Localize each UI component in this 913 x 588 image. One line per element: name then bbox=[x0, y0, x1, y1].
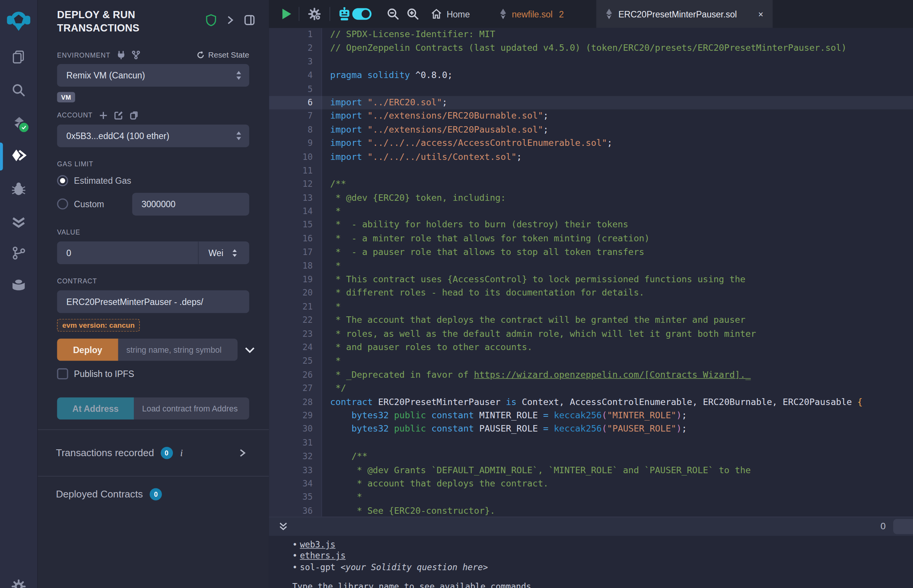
code-line[interactable]: 25 * bbox=[269, 355, 913, 368]
contract-select[interactable]: ERC20PresetMinterPauser - .deps/ bbox=[57, 291, 249, 313]
plugin-manager-icon[interactable] bbox=[11, 277, 26, 292]
code-line[interactable]: 27 */ bbox=[269, 382, 913, 396]
code-line[interactable]: 2// OpenZeppelin Contracts (last updated… bbox=[269, 42, 913, 55]
terminal-footer: Type the library name to see available c… bbox=[292, 582, 913, 588]
file-explorer-icon[interactable] bbox=[11, 50, 26, 65]
editor-area: Home newfile.sol 2 ERC20PresetMinterPaus… bbox=[269, 0, 913, 588]
expand-constructor-args-icon[interactable] bbox=[244, 347, 255, 353]
script-config-gear-icon[interactable] bbox=[308, 7, 322, 21]
ai-copilot-robot-icon bbox=[338, 7, 351, 21]
code-line[interactable]: 17 * - a pauser role that allows to stop… bbox=[269, 246, 913, 259]
git-icon[interactable] bbox=[11, 246, 26, 261]
code-line[interactable]: 3 bbox=[269, 55, 913, 69]
terminal-content[interactable]: •web3.js•ethers.js•sol-gpt <your Solidit… bbox=[269, 536, 913, 588]
info-icon[interactable]: i bbox=[180, 448, 183, 459]
code-line[interactable]: 6import "../ERC20.sol"; bbox=[269, 96, 913, 110]
deployed-contracts-section[interactable]: Deployed Contracts 0 bbox=[56, 488, 162, 500]
zoom-in-icon[interactable] bbox=[406, 8, 419, 21]
publish-to-ipfs-option[interactable]: Publish to IPFS bbox=[57, 368, 249, 379]
tab-erc20presetminterpauser[interactable]: ERC20PresetMinterPauser.sol × bbox=[596, 0, 773, 28]
expand-transactions-icon[interactable] bbox=[239, 449, 246, 457]
at-address-button[interactable]: At Address bbox=[57, 397, 134, 419]
code-line[interactable]: 26 * _Deprecated in favor of https://wiz… bbox=[269, 368, 913, 382]
code-line[interactable]: 28contract ERC20PresetMinterPauser is Co… bbox=[269, 396, 913, 409]
code-editor[interactable]: 1// SPDX-License-Identifier: MIT2// Open… bbox=[269, 28, 913, 517]
add-account-icon[interactable] bbox=[99, 111, 108, 120]
unit-testing-icon[interactable] bbox=[11, 214, 26, 229]
estimated-gas-option[interactable]: Estimated Gas bbox=[57, 175, 249, 186]
code-line[interactable]: 7import "../extensions/ERC20Burnable.sol… bbox=[269, 110, 913, 123]
radio-estimated-gas[interactable] bbox=[57, 175, 68, 186]
transactions-recorded-section[interactable]: Transactions recorded 0 i bbox=[56, 447, 246, 459]
expand-terminal-icon[interactable] bbox=[279, 522, 288, 531]
reset-state-button[interactable]: Reset State bbox=[197, 51, 249, 60]
code-line[interactable]: 30 bytes32 public constant PAUSER_ROLE =… bbox=[269, 422, 913, 436]
unsaved-changes-badge: 2 bbox=[559, 9, 564, 19]
vm-badge: VM bbox=[57, 92, 75, 103]
code-line[interactable]: 18 * bbox=[269, 259, 913, 273]
code-line[interactable]: 1// SPDX-License-Identifier: MIT bbox=[269, 28, 913, 42]
code-line[interactable]: 31 bbox=[269, 436, 913, 450]
divider bbox=[38, 429, 269, 430]
code-line[interactable]: 32 /** bbox=[269, 450, 913, 464]
environment-select[interactable]: Remix VM (Cancun) bbox=[57, 64, 249, 87]
edit-account-icon[interactable] bbox=[114, 111, 124, 120]
code-line[interactable]: 13 * @dev {ERC20} token, including: bbox=[269, 191, 913, 205]
code-line[interactable]: 11 bbox=[269, 164, 913, 178]
code-line[interactable]: 5 bbox=[269, 82, 913, 96]
code-line[interactable]: 33 * @dev Grants `DEFAULT_ADMIN_ROLE`, `… bbox=[269, 464, 913, 477]
code-line[interactable]: 23 * roles, as well as the default admin… bbox=[269, 327, 913, 341]
publish-ipfs-checkbox[interactable] bbox=[57, 368, 68, 379]
fork-environment-icon[interactable] bbox=[131, 51, 140, 60]
code-line[interactable]: 35 * bbox=[269, 491, 913, 504]
ai-copilot-toggle[interactable] bbox=[352, 8, 372, 20]
pin-panel-icon[interactable] bbox=[227, 16, 234, 24]
value-unit-select[interactable]: Wei bbox=[198, 242, 249, 265]
plug-icon[interactable] bbox=[117, 51, 125, 60]
close-tab-icon[interactable]: × bbox=[758, 9, 763, 19]
deploy-run-icon[interactable] bbox=[11, 148, 27, 163]
code-line[interactable]: 12/** bbox=[269, 178, 913, 191]
code-line[interactable]: 8import "../extensions/ERC20Pausable.sol… bbox=[269, 123, 913, 137]
account-select[interactable]: 0x5B3...eddC4 (100 ether) bbox=[57, 124, 249, 147]
constructor-args-input[interactable]: string name, string symbol bbox=[118, 339, 238, 361]
code-line[interactable]: 21 * bbox=[269, 300, 913, 314]
terminal-search-input[interactable] bbox=[893, 519, 913, 534]
solidity-compiler-icon[interactable] bbox=[11, 115, 27, 131]
layout-panel-icon[interactable] bbox=[244, 15, 255, 25]
terminal-list-item[interactable]: •ethers.js bbox=[292, 551, 913, 562]
custom-gas-option[interactable]: Custom 3000000 bbox=[57, 193, 249, 216]
copy-address-icon[interactable] bbox=[130, 111, 139, 120]
custom-gas-input[interactable]: 3000000 bbox=[132, 193, 249, 216]
code-line[interactable]: 14 * bbox=[269, 205, 913, 219]
value-input[interactable]: 0 bbox=[57, 248, 198, 258]
zoom-out-icon[interactable] bbox=[387, 8, 400, 21]
code-line[interactable]: 4pragma solidity ^0.8.0; bbox=[269, 69, 913, 82]
tab-home[interactable]: Home bbox=[431, 0, 470, 28]
code-line[interactable]: 34 * account that deploys the contract. bbox=[269, 477, 913, 491]
code-line[interactable]: 36 * See {ERC20-constructor}. bbox=[269, 504, 913, 517]
terminal: 0 •web3.js•ethers.js•sol-gpt <your Solid… bbox=[269, 517, 913, 588]
settings-gear-icon[interactable] bbox=[11, 579, 26, 588]
code-lines: 1// SPDX-License-Identifier: MIT2// Open… bbox=[269, 28, 913, 517]
code-line[interactable]: 16 * - a minter role that allows for tok… bbox=[269, 232, 913, 246]
radio-custom-gas[interactable] bbox=[57, 199, 68, 210]
tab-newfile[interactable]: newfile.sol 2 bbox=[500, 0, 564, 28]
code-line[interactable]: 10import "../../../utils/Context.sol"; bbox=[269, 150, 913, 164]
code-line[interactable]: 24 * and pauser roles to other accounts. bbox=[269, 341, 913, 355]
code-line[interactable]: 19 * This contract uses {AccessControl} … bbox=[269, 273, 913, 286]
terminal-listen-count: 0 bbox=[881, 521, 886, 532]
code-line[interactable]: 29 bytes32 public constant MINTER_ROLE =… bbox=[269, 409, 913, 423]
run-script-icon[interactable] bbox=[282, 8, 291, 20]
at-address-input[interactable]: Load contract from Addres bbox=[134, 397, 249, 419]
shield-icon bbox=[206, 14, 217, 26]
remix-logo[interactable] bbox=[6, 8, 31, 32]
search-icon[interactable] bbox=[11, 82, 26, 98]
code-line[interactable]: 15 * - ability for holders to burn (dest… bbox=[269, 219, 913, 232]
terminal-list-item[interactable]: •web3.js bbox=[292, 540, 913, 551]
code-line[interactable]: 20 * different roles - head to its docum… bbox=[269, 286, 913, 300]
debugger-icon[interactable] bbox=[11, 181, 26, 196]
deploy-button[interactable]: Deploy bbox=[57, 339, 118, 361]
code-line[interactable]: 9import "../../../access/AccessControlEn… bbox=[269, 137, 913, 150]
code-line[interactable]: 22 * The account that deploys the contra… bbox=[269, 314, 913, 327]
